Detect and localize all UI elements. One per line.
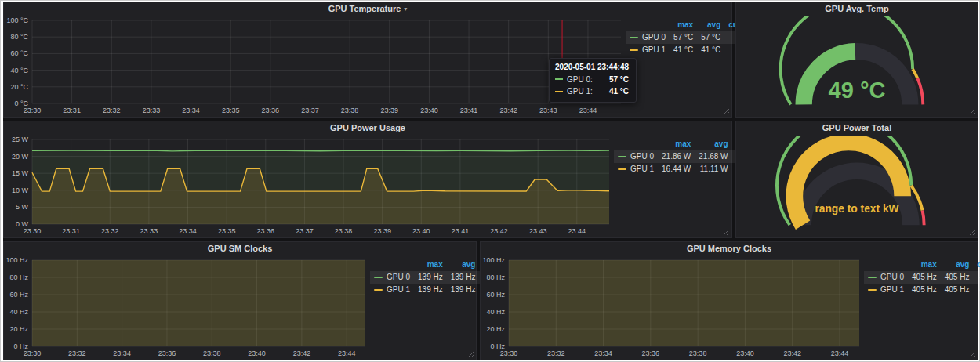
svg-text:23:37: 23:37 [301, 107, 319, 114]
panel-header-gpu-memory-clocks[interactable]: GPU Memory Clocks [481, 242, 978, 255]
panel-header-gpu-power-usage[interactable]: GPU Power Usage [4, 121, 731, 135]
svg-text:23:44: 23:44 [338, 349, 356, 357]
legend-stat-max: 139 Hz [414, 284, 447, 296]
panel-title[interactable]: GPU Avg. Temp [825, 2, 889, 16]
gauge-canvas: range to text kW [739, 136, 975, 234]
svg-text:23:38: 23:38 [203, 349, 221, 357]
svg-text:23:40: 23:40 [736, 349, 754, 357]
power-usage-plot[interactable]: 23:3023:3123:3223:3323:3423:3523:3623:37… [4, 134, 614, 236]
series-color-swatch [618, 156, 626, 157]
legend-header-avg[interactable]: avg [447, 259, 480, 271]
legend-series-gpu-1[interactable]: GPU 1 [626, 44, 670, 56]
panel-gpu-power-total: GPU Power Total range to text kW [735, 121, 978, 238]
legend-corner [370, 259, 414, 271]
svg-text:23:39: 23:39 [380, 107, 398, 114]
temperature-plot[interactable]: 23:3023:3123:3223:3323:3423:3523:3623:37… [4, 15, 626, 115]
svg-text:23:38: 23:38 [341, 107, 359, 114]
legend-row: GPU 0405 Hz405 Hz405 Hz [864, 271, 980, 284]
legend-series-gpu-0[interactable]: GPU 0 [864, 271, 908, 284]
tooltip-series-value: 41 °C [601, 85, 629, 98]
legend-stat-avg: 405 Hz [941, 284, 974, 296]
chart-canvas: 23:3023:3223:3423:3623:3823:4023:4223:44… [481, 255, 864, 358]
chart-canvas: 23:3023:3123:3223:3323:3423:3523:3623:37… [4, 15, 626, 115]
svg-text:100 Hz: 100 Hz [5, 256, 28, 264]
legend-header-current[interactable]: current [973, 259, 980, 271]
legend-header-avg[interactable]: avg [697, 19, 724, 31]
legend-stat-max: 405 Hz [908, 284, 941, 296]
svg-text:23:30: 23:30 [24, 349, 42, 357]
svg-text:23:32: 23:32 [101, 227, 119, 235]
chevron-down-icon[interactable]: ▾ [404, 5, 407, 13]
svg-text:23:35: 23:35 [218, 227, 236, 235]
svg-text:23:40: 23:40 [248, 349, 266, 357]
panel-resize-handle[interactable] [723, 229, 730, 236]
legend-series-gpu-0[interactable]: GPU 0 [614, 150, 658, 163]
legend-series-gpu-1[interactable]: GPU 1 [614, 163, 658, 176]
panel-title[interactable]: GPU Power Usage [330, 121, 405, 135]
svg-text:23:30: 23:30 [500, 349, 518, 357]
legend-row: GPU 1405 Hz405 Hz405 Hz [864, 284, 980, 296]
legend-corner [864, 259, 908, 271]
sm-clocks-plot[interactable]: 23:3023:3223:3423:3623:3823:4023:4223:44… [4, 255, 370, 358]
panel-gpu-sm-clocks: GPU SM Clocks 23:3023:3223:3423:3623:382… [3, 241, 477, 360]
svg-text:23:37: 23:37 [296, 227, 314, 235]
legend-stat-avg: 405 Hz [941, 271, 974, 284]
panel-resize-handle[interactable] [969, 351, 976, 358]
panel-gpu-memory-clocks: GPU Memory Clocks 23:3023:3223:3423:3623… [480, 241, 978, 360]
svg-text:23:44: 23:44 [579, 107, 597, 114]
legend-series-gpu-1[interactable]: GPU 1 [370, 284, 414, 296]
svg-text:23:40: 23:40 [412, 227, 430, 235]
legend-series-gpu-0[interactable]: GPU 0 [626, 31, 670, 44]
svg-text:23:36: 23:36 [158, 349, 176, 357]
legend-header-max[interactable]: max [908, 259, 941, 271]
svg-text:23:31: 23:31 [63, 107, 81, 114]
sm-clocks-legend: maxavgcurrentGPU 0139 Hz139 Hz139 HzGPU … [370, 255, 476, 358]
legend-header-max[interactable]: max [670, 19, 697, 31]
grafana-dashboard: GPU Temperature ▾ 23:3023:3123:3223:3323… [3, 2, 978, 360]
panel-title[interactable]: GPU Temperature [328, 2, 401, 16]
legend-header-avg[interactable]: avg [695, 138, 731, 150]
panel-header-gpu-sm-clocks[interactable]: GPU SM Clocks [4, 242, 476, 255]
svg-text:100 Hz: 100 Hz [482, 256, 505, 264]
panel-resize-handle[interactable] [467, 351, 474, 358]
legend-header-max[interactable]: max [658, 138, 695, 150]
svg-text:80 Hz: 80 Hz [486, 273, 505, 281]
svg-text:23:33: 23:33 [140, 227, 158, 235]
chart-area: 23:3023:3123:3223:3323:3423:3523:3623:37… [4, 134, 731, 236]
svg-text:23:44: 23:44 [568, 227, 586, 235]
panel-resize-handle[interactable] [969, 108, 976, 115]
svg-text:23:44: 23:44 [831, 349, 849, 357]
legend-series-gpu-0[interactable]: GPU 0 [370, 271, 414, 284]
svg-text:20 °C: 20 °C [10, 83, 28, 91]
legend-series-gpu-1[interactable]: GPU 1 [864, 284, 908, 296]
panel-resize-handle[interactable] [969, 229, 976, 236]
svg-text:40 °C: 40 °C [10, 67, 28, 74]
series-color-swatch [630, 37, 638, 38]
chart-tooltip: 2020-05-01 23:44:48GPU 0:57 °CGPU 1:41 °… [549, 58, 637, 103]
series-fill-gpu-1 [32, 260, 365, 346]
series-color-swatch [374, 277, 383, 278]
series-color-swatch [555, 78, 563, 80]
tooltip-series-value: 57 °C [601, 74, 629, 86]
series-color-swatch [618, 168, 626, 170]
legend-stat-current: 405 Hz [973, 271, 980, 284]
memory-clocks-plot[interactable]: 23:3023:3223:3423:3623:3823:4023:4223:44… [481, 255, 864, 358]
gauge-value-text: 49 °C [829, 78, 886, 103]
legend-header-max[interactable]: max [414, 259, 447, 271]
svg-text:23:42: 23:42 [293, 349, 311, 357]
panel-header-gpu-avg-temp[interactable]: GPU Avg. Temp [736, 2, 978, 16]
legend-corner [626, 19, 670, 31]
panel-title[interactable]: GPU Power Total [822, 121, 891, 135]
panel-title[interactable]: GPU SM Clocks [208, 242, 273, 255]
panel-header-gpu-power-total[interactable]: GPU Power Total [736, 121, 978, 135]
panel-resize-handle[interactable] [723, 108, 730, 115]
legend-header-avg[interactable]: avg [941, 259, 974, 271]
svg-text:60 °C: 60 °C [10, 49, 28, 57]
power-usage-legend: maxavgcurrentGPU 021.86 W21.68 W21.77 WG… [614, 134, 731, 236]
memory-clocks-legend: maxavgcurrentGPU 0405 Hz405 Hz405 HzGPU … [864, 255, 978, 358]
panel-title[interactable]: GPU Memory Clocks [687, 242, 771, 255]
chart-canvas: 23:3023:3123:3223:3323:3423:3523:3623:37… [4, 134, 614, 236]
panel-header-gpu-temperature[interactable]: GPU Temperature ▾ [4, 2, 731, 16]
svg-text:23:42: 23:42 [490, 227, 508, 235]
tooltip-timestamp: 2020-05-01 23:44:48 [555, 63, 629, 71]
